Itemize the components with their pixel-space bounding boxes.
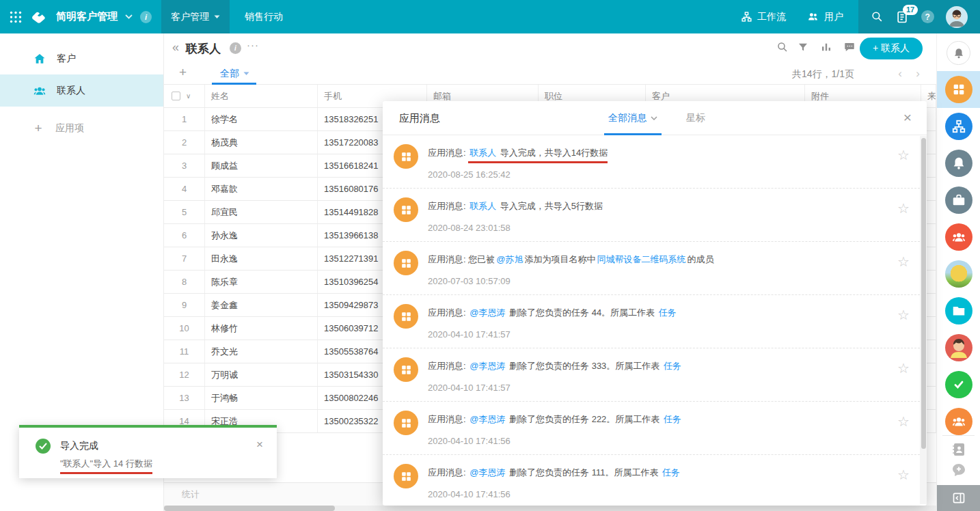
chart-icon[interactable] [820,41,832,53]
cell-name: 徐学名 [205,108,318,130]
address-book-icon[interactable] [951,441,967,458]
page-next-icon[interactable]: › [916,67,920,81]
star-icon[interactable]: ☆ [897,467,910,483]
message-time: 2020-07-03 10:57:09 [428,276,886,286]
rail-item-people[interactable] [937,219,980,255]
right-rail [936,33,980,511]
modal-title: 应用消息 [399,112,440,125]
app-message-icon [394,197,418,222]
chevron-down-icon[interactable]: ∨ [186,92,191,100]
global-search-icon[interactable] [871,10,884,23]
avatar-pooh-icon [945,260,972,288]
app-message-icon [394,144,418,169]
modal-tab-all-messages[interactable]: 全部消息 [608,101,657,135]
horizontal-scroll-thumb[interactable] [164,506,335,511]
rail-item-grid[interactable] [937,71,980,108]
modal-scrollbar-thumb[interactable] [921,138,926,449]
rail-notification-bell[interactable] [947,41,970,65]
modal-tab-starred[interactable]: 星标 [686,112,705,124]
rail-item-bell[interactable] [937,145,980,182]
message-link[interactable]: 任务 [664,414,681,424]
sheet-info-icon[interactable]: i [230,42,241,54]
collapse-panel-button[interactable] [937,485,980,511]
app-title[interactable]: 简明客户管理 [56,10,118,23]
nav-users[interactable]: 用户 [806,11,843,23]
select-all-cell[interactable]: ∨ [164,85,205,107]
app-switcher-icon[interactable] [10,11,22,23]
toast-close-icon[interactable]: × [256,438,263,452]
message-link[interactable]: @李恩涛 [469,467,505,478]
star-icon[interactable]: ☆ [897,307,910,323]
feedback-chat-icon[interactable] [951,462,967,478]
sidebar-add-app-item[interactable]: + 应用项 [0,112,163,144]
app-message-icon [394,304,418,329]
rail-item-check[interactable] [937,366,980,403]
message-link[interactable]: @苏旭 [496,254,523,264]
sidebar-item-customers[interactable]: 客户 [0,42,163,74]
message-link[interactable]: 任务 [664,361,681,371]
user-avatar[interactable] [946,6,968,28]
view-tabs: + 全部 共14行，1/1页 ‹ › [164,64,936,85]
message-link[interactable]: 联系人 [469,148,496,158]
rail-divider [942,435,975,436]
message-text: 添加为项目名称中 [524,254,595,264]
message-link[interactable]: 联系人 [469,201,496,211]
rail-item-people[interactable] [937,403,980,440]
rail-item-briefcase[interactable] [937,182,980,219]
search-icon[interactable] [776,41,789,53]
close-icon[interactable]: × [903,109,912,126]
select-all-checkbox[interactable] [172,92,180,100]
grid-icon [945,76,972,103]
star-icon[interactable]: ☆ [897,200,910,217]
message-text: 导入完成，共导入5行数据 [498,201,603,211]
notifications-icon[interactable]: 17 [895,10,909,24]
app-message-icon [394,464,418,488]
rail-item-avatar-person[interactable] [937,329,980,366]
message-item: 应用消息: 联系人 导入完成，共导入14行数据2020-08-25 16:25:… [383,135,927,189]
app-info-icon[interactable]: i [140,11,152,23]
app-header-left: 简明客户管理 i [0,0,161,33]
star-icon[interactable]: ☆ [897,147,910,163]
column-header[interactable]: 姓名 [205,85,318,107]
nav-workflow[interactable]: 工作流 [741,11,786,23]
message-link[interactable]: @李恩涛 [469,307,505,318]
message-link[interactable]: @李恩涛 [469,361,505,371]
message-link[interactable]: 同城帮设备二维码系统 [597,254,685,264]
page-title: 联系人 [186,41,221,57]
message-link[interactable]: @李恩涛 [469,414,505,424]
view-tab-all[interactable]: 全部 [220,68,249,80]
comment-icon[interactable] [843,41,856,53]
chevron-down-icon[interactable] [125,14,133,19]
message-text: 应用消息: [428,307,468,318]
page-prev-icon[interactable]: ‹ [898,67,902,81]
cell-name: 万明诚 [205,363,318,386]
cell-name: 邓嘉歆 [205,178,318,200]
more-menu-icon[interactable]: ··· [247,39,259,51]
filter-icon[interactable] [797,41,809,53]
message-link[interactable]: 任务 [659,307,677,318]
sidebar-item-contacts[interactable]: 联系人 [0,74,163,107]
message-text: 应用消息: [428,201,468,211]
top-header: 简明客户管理 i 客户管理 销售行动 工作流 用户 17 ? [0,0,980,33]
rail-item-avatar-pooh[interactable] [937,255,980,292]
row-index: 12 [164,363,205,386]
cell-name: 顾成益 [205,154,318,177]
plus-icon: + [31,121,45,136]
help-icon[interactable]: ? [921,10,934,23]
rail-item-workflow[interactable] [937,108,980,145]
cell-name: 乔文光 [205,340,318,363]
message-link[interactable]: 任务 [662,467,680,478]
star-icon[interactable]: ☆ [897,360,910,376]
message-text: 删除了您负责的任务 222。所属工作表 [506,414,662,424]
tab-sales-action[interactable]: 销售行动 [230,0,298,33]
rail-item-folder[interactable] [937,292,980,329]
collapse-back-icon[interactable]: « [172,40,179,55]
create-contact-button[interactable]: + 联系人 [860,38,923,59]
message-text: 导入完成，共导入14行数据 [498,148,608,158]
message-time: 2020-04-10 17:41:57 [428,329,886,340]
star-icon[interactable]: ☆ [897,413,910,430]
tab-customer-management[interactable]: 客户管理 [161,0,230,33]
star-icon[interactable]: ☆ [897,253,910,270]
message-text: 的成员 [687,254,713,264]
add-view-icon[interactable]: + [179,65,187,80]
